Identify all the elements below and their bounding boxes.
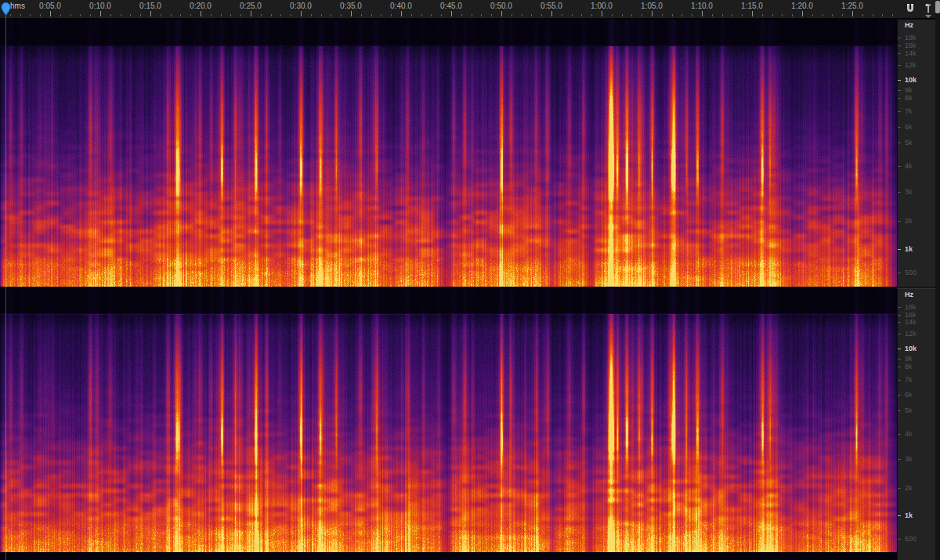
time-label: 0:45.0 [428, 2, 475, 10]
freq-tick-label-6k: 6k [905, 391, 913, 399]
ruler-tick [251, 11, 251, 16]
freq-tick-label-6k: 6k [905, 123, 913, 131]
ruler-tick [732, 14, 732, 16]
ruler-tick [411, 14, 412, 16]
freq-tick-dash [898, 80, 901, 81]
ruler-tick [802, 11, 803, 16]
freq-tick-label-8k: 8k [905, 94, 913, 102]
vertical-scrollbar-thumb[interactable] [935, 1, 940, 13]
playhead-marker[interactable] [1, 2, 11, 19]
ruler-tick [140, 14, 141, 16]
ruler-tick [280, 14, 281, 16]
ruler-tick [501, 11, 502, 16]
time-label: 0:20.0 [177, 2, 224, 10]
ruler-tick [201, 11, 201, 16]
ruler-tick [652, 11, 653, 16]
freq-tick-dash [898, 98, 901, 99]
freq-tick-label-7k: 7k [905, 107, 913, 115]
ruler-tick [602, 11, 602, 16]
ruler-tick [311, 14, 312, 16]
ruler-tick [211, 14, 212, 16]
ruler-tick [822, 14, 823, 16]
ruler-tick [522, 14, 522, 16]
freq-tick-dash [898, 307, 901, 308]
freq-tick-dash [898, 334, 901, 334]
ruler-tick [481, 14, 482, 16]
ruler-tick [672, 14, 673, 16]
ruler-tick [341, 14, 342, 16]
time-label: 1:15.0 [728, 2, 776, 10]
ruler-tick [461, 14, 462, 16]
freq-tick-label-5k: 5k [905, 406, 913, 414]
ruler-tick [612, 14, 613, 16]
ruler-tick [40, 14, 41, 16]
freq-tick-dash [898, 127, 901, 128]
ruler-tick [401, 11, 402, 16]
freq-tick-label-2k: 2k [905, 217, 913, 225]
pin-icon[interactable] [923, 2, 934, 15]
freq-tick-dash [898, 45, 901, 46]
freq-tick-dash [898, 192, 901, 193]
freq-tick-label-10k: 10k [905, 345, 916, 352]
vertical-scrollbar[interactable] [935, 0, 940, 560]
ruler-tick [110, 14, 111, 16]
ruler-tick [842, 14, 843, 16]
ruler-tick [30, 14, 31, 16]
ruler-tick [20, 14, 21, 16]
freq-tick-dash [898, 434, 901, 435]
time-label: 0:15.0 [127, 2, 174, 10]
ruler-tick [862, 14, 863, 16]
freq-tick-dash [898, 90, 901, 91]
time-label: 0:55.0 [528, 2, 575, 10]
ruler-tick [190, 14, 191, 16]
time-label: 1:00.0 [578, 2, 625, 10]
ruler-tick [692, 14, 692, 16]
time-label: 1:20.0 [779, 2, 826, 10]
ruler-tick [472, 14, 472, 16]
frequency-scale-channel-2[interactable]: Hz18k16k14k12k10k9k8k7k6k5k4k3k2k1k500 [897, 288, 935, 560]
ruler-tick [712, 14, 713, 16]
freq-tick-label-9k: 9k [905, 86, 913, 94]
scale-options-arrow[interactable] [925, 15, 931, 18]
frequency-scale-channel-1[interactable]: Hz18k16k14k12k10k9k8k7k6k5k4k3k2k1k500 [897, 20, 935, 287]
magnet-snap-icon[interactable] [905, 2, 916, 15]
ruler-tick [301, 11, 302, 16]
freq-tick-dash [898, 221, 901, 222]
ruler-tick [581, 14, 582, 16]
ruler-tick [351, 11, 352, 16]
ruler-tick [90, 14, 91, 16]
freq-tick-label-1k: 1k [905, 245, 913, 253]
freq-tick-dash [898, 395, 901, 396]
ruler-tick [371, 14, 372, 16]
freq-tick-label-14k: 14k [905, 49, 916, 57]
freq-tick-dash [898, 38, 901, 38]
freq-tick-label-4k: 4k [905, 162, 913, 170]
ruler-tick [451, 11, 452, 16]
time-label: 0:35.0 [327, 2, 374, 10]
freq-tick-label-18k: 18k [905, 303, 916, 311]
freq-tick-label-5k: 5k [905, 139, 913, 146]
time-label: 0:05.0 [27, 2, 74, 10]
freq-tick-label-9k: 9k [905, 355, 913, 363]
freq-tick-label-10k: 10k [905, 76, 916, 84]
ruler-tick [531, 14, 532, 16]
ruler-tick [722, 14, 723, 16]
ruler-tick [391, 14, 392, 16]
freq-tick-label-500: 500 [905, 269, 916, 276]
freq-tick-label-12k: 12k [905, 330, 916, 338]
spectrogram-channel-1[interactable] [0, 20, 897, 287]
ruler-tick [230, 14, 231, 16]
freq-tick-label-3k: 3k [905, 455, 913, 463]
timeline-ruler[interactable]: hms 0:05.00:10.00:15.00:20.00:25.00:30.0… [0, 0, 940, 20]
ruler-tick [291, 14, 291, 16]
freq-tick-dash [898, 410, 901, 411]
time-label: 1:05.0 [628, 2, 675, 10]
ruler-tick [622, 14, 623, 16]
freq-tick-dash [898, 488, 901, 489]
ruler-tick [662, 14, 663, 16]
ruler-tick [782, 14, 783, 16]
ruler-tick [381, 14, 381, 16]
ruler-tick [512, 14, 512, 16]
freq-tick-dash [898, 380, 901, 381]
spectrogram-channel-2[interactable] [0, 288, 897, 560]
